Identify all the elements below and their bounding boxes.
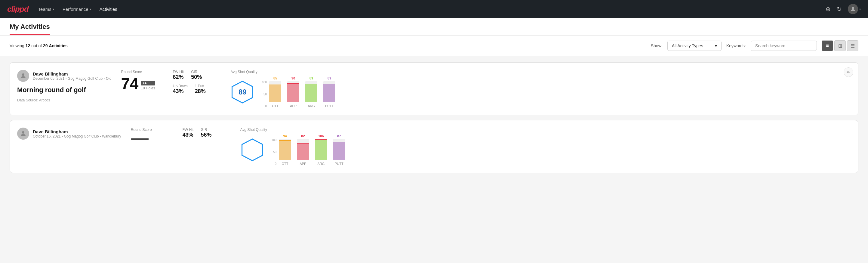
- card-left: Dave Billingham October 16, 2021 - Gog M…: [17, 127, 121, 166]
- avatar: [848, 4, 858, 14]
- user-info: Dave Billingham December 05, 2021 - Gog …: [17, 70, 111, 82]
- chevron-down-icon: ▾: [53, 7, 54, 11]
- nav-right: ⊕ ↻ ▾: [826, 4, 861, 14]
- bar-top-line: [287, 83, 299, 84]
- chart-y-labels: 100 50 0: [262, 81, 268, 108]
- bar-group-app: 90 APP: [287, 77, 299, 108]
- fw-hit-stat: FW Hit 62%: [173, 70, 184, 80]
- bar-wrapper: [323, 81, 335, 102]
- round-score-section: Round Score 74 +4 18 Holes: [121, 70, 163, 108]
- stat-row-top: FW Hit 43% GIR 56%: [183, 127, 231, 138]
- nav-item-activities[interactable]: Activities: [99, 7, 117, 12]
- filter-bar: Viewing 12 out of 29 Activities Show: Al…: [0, 35, 868, 56]
- user-details: Dave Billingham December 05, 2021 - Gog …: [33, 71, 111, 81]
- stats-section: FW Hit 43% GIR 56%: [183, 127, 231, 166]
- chevron-down-icon: ▾: [90, 7, 91, 11]
- bar-fill: [287, 83, 299, 102]
- chevron-down-icon: ▾: [715, 43, 717, 48]
- shot-quality-container: Avg Shot Quality 100: [240, 127, 345, 166]
- activity-card: Dave Billingham October 16, 2021 - Gog M…: [10, 120, 858, 173]
- avg-shot-quality-section: Avg Shot Quality 89: [230, 70, 851, 108]
- compact-view-button[interactable]: ☰: [847, 40, 858, 51]
- bar-wrapper: [305, 81, 317, 102]
- updown-stat: Up/Down 43%: [173, 84, 187, 94]
- main-content: ✏ Dave Billingham December 05, 2021 - Go…: [0, 56, 868, 184]
- view-buttons: ≡ ⊞ ☰: [822, 40, 858, 51]
- avatar: [17, 70, 29, 82]
- round-score-section: Round Score: [131, 127, 173, 166]
- activity-card: ✏ Dave Billingham December 05, 2021 - Go…: [10, 62, 858, 115]
- bar-fill: [305, 84, 317, 102]
- svg-point-3: [22, 131, 24, 134]
- navbar: clippd Teams ▾ Performance ▾ Activities …: [0, 0, 868, 18]
- bar-chart: 100 50 0 94: [272, 134, 345, 166]
- score-display: 74 +4 18 Holes: [121, 76, 163, 91]
- bar-group-ott: 85 OTT: [269, 77, 281, 108]
- bars-container: 94 OTT 82: [279, 134, 345, 166]
- list-view-button[interactable]: ≡: [822, 40, 833, 51]
- keywords-label: Keywords:: [726, 43, 746, 48]
- svg-point-0: [852, 7, 854, 9]
- user-menu[interactable]: ▾: [848, 4, 861, 14]
- hexagon-container: 89: [230, 80, 254, 104]
- bar-group-app: 82 APP: [297, 134, 309, 166]
- page-title: My Activities: [10, 23, 50, 35]
- user-chevron-icon: ▾: [859, 7, 861, 11]
- hexagon: [240, 138, 265, 162]
- logo[interactable]: clippd: [7, 4, 29, 14]
- svg-marker-4: [242, 139, 262, 161]
- gir-stat: GIR 56%: [200, 127, 211, 138]
- nav-item-teams[interactable]: Teams ▾: [38, 7, 54, 12]
- oneputt-stat: 1 Putt 28%: [195, 84, 206, 94]
- bar-group-putt: 87 PUTT: [333, 134, 345, 166]
- bars-container: 85 OTT 90: [269, 77, 335, 108]
- stat-row-bottom: Up/Down 43% 1 Putt 28%: [173, 84, 221, 94]
- refresh-icon[interactable]: ↻: [837, 5, 842, 12]
- bar-wrapper: [269, 81, 281, 102]
- edit-button[interactable]: ✏: [844, 67, 853, 77]
- svg-point-1: [22, 74, 24, 76]
- user-info: Dave Billingham October 16, 2021 - Gog M…: [17, 127, 121, 140]
- bar-chart: 100 50 0 85: [262, 77, 335, 108]
- user-details: Dave Billingham October 16, 2021 - Gog M…: [33, 129, 121, 139]
- grid-view-button[interactable]: ⊞: [834, 40, 846, 51]
- score-display: [131, 134, 173, 140]
- gir-stat: GIR 50%: [191, 70, 202, 80]
- hexagon: 89: [230, 80, 254, 104]
- search-input[interactable]: [751, 40, 817, 51]
- bar-fill: [269, 85, 281, 103]
- avatar: [17, 127, 29, 140]
- viewing-count-text: Viewing 12 out of 29 Activities: [10, 43, 646, 48]
- bar-group-arg: 89 ARG: [305, 77, 317, 108]
- shot-quality-container: Avg Shot Quality 89: [230, 70, 335, 108]
- chart-y-labels: 100 50 0: [272, 139, 278, 166]
- add-icon[interactable]: ⊕: [826, 5, 831, 12]
- bar-group-putt: 89 PUTT: [323, 77, 335, 108]
- bar-wrapper: [287, 81, 299, 102]
- bar-group-arg: 106 ARG: [315, 134, 327, 166]
- bar-wrapper: [279, 139, 291, 160]
- bar-group-ott: 94 OTT: [279, 134, 291, 166]
- bar-top-line: [305, 84, 317, 84]
- show-label: Show:: [651, 43, 662, 48]
- stats-section: FW Hit 62% GIR 50% Up/Down 43% 1 Putt 28…: [173, 70, 221, 108]
- page-header: My Activities: [0, 18, 868, 35]
- hexagon-container: [240, 138, 265, 162]
- bar-fill: [323, 84, 335, 102]
- card-left: Dave Billingham December 05, 2021 - Gog …: [17, 70, 111, 108]
- nav-items: Teams ▾ Performance ▾ Activities: [38, 7, 816, 12]
- avg-shot-quality-section: Avg Shot Quality 100: [240, 127, 851, 166]
- nav-item-performance[interactable]: Performance ▾: [63, 7, 91, 12]
- bar-top-line: [323, 84, 335, 84]
- score-line: [131, 139, 149, 140]
- score-detail: +4 18 Holes: [141, 81, 155, 91]
- bar-top-line: [269, 85, 281, 85]
- stat-row-top: FW Hit 62% GIR 50%: [173, 70, 221, 80]
- activity-type-dropdown[interactable]: All Activity Types ▾: [668, 40, 721, 51]
- fw-hit-stat: FW Hit 43%: [183, 127, 194, 138]
